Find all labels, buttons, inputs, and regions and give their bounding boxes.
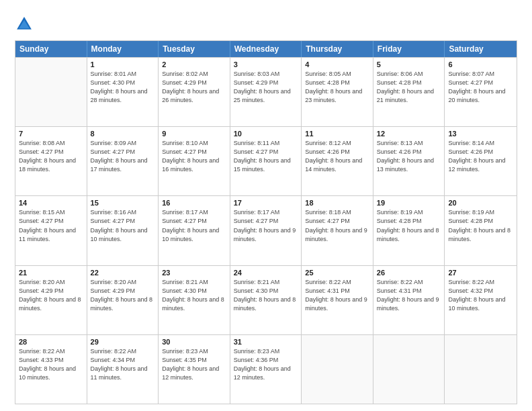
calendar-cell [15,58,87,126]
day-number: 23 [162,269,226,277]
cell-info: Sunrise: 8:22 AM Sunset: 4:31 PM Dayligh… [305,278,369,313]
cell-info: Sunrise: 8:21 AM Sunset: 4:30 PM Dayligh… [234,278,298,313]
cell-info: Sunrise: 8:15 AM Sunset: 4:27 PM Dayligh… [19,208,83,243]
day-number: 27 [448,269,513,277]
day-number: 2 [162,60,226,68]
day-number: 8 [91,130,155,138]
calendar-cell: 15Sunrise: 8:16 AM Sunset: 4:27 PM Dayli… [87,196,159,265]
cell-info: Sunrise: 8:10 AM Sunset: 4:27 PM Dayligh… [162,139,226,174]
weekday-header-thursday: Thursday [302,41,373,57]
calendar-cell: 1Sunrise: 8:01 AM Sunset: 4:30 PM Daylig… [87,58,159,126]
weekday-header-saturday: Saturday [445,41,517,57]
cell-info: Sunrise: 8:08 AM Sunset: 4:27 PM Dayligh… [19,139,83,174]
cell-info: Sunrise: 8:16 AM Sunset: 4:27 PM Dayligh… [91,208,155,243]
day-number: 13 [448,130,513,138]
calendar-cell: 23Sunrise: 8:21 AM Sunset: 4:30 PM Dayli… [159,266,230,334]
day-number: 22 [91,269,155,277]
calendar-cell: 21Sunrise: 8:20 AM Sunset: 4:29 PM Dayli… [15,266,87,334]
calendar-cell: 7Sunrise: 8:08 AM Sunset: 4:27 PM Daylig… [15,127,87,195]
calendar-row-4: 21Sunrise: 8:20 AM Sunset: 4:29 PM Dayli… [15,265,517,334]
day-number: 3 [234,60,298,68]
cell-info: Sunrise: 8:14 AM Sunset: 4:26 PM Dayligh… [448,139,513,174]
calendar-cell: 14Sunrise: 8:15 AM Sunset: 4:27 PM Dayli… [15,196,87,265]
calendar-cell: 13Sunrise: 8:14 AM Sunset: 4:26 PM Dayli… [445,127,517,195]
weekday-header-monday: Monday [87,41,159,57]
calendar-cell: 30Sunrise: 8:23 AM Sunset: 4:35 PM Dayli… [159,335,230,404]
cell-info: Sunrise: 8:05 AM Sunset: 4:28 PM Dayligh… [305,70,369,105]
cell-info: Sunrise: 8:13 AM Sunset: 4:26 PM Dayligh… [377,139,441,174]
cell-info: Sunrise: 8:22 AM Sunset: 4:33 PM Dayligh… [19,347,83,382]
day-number: 1 [91,60,155,68]
day-number: 14 [19,199,83,207]
weekday-header-friday: Friday [373,41,445,57]
logo [15,15,38,34]
calendar-cell [373,335,445,404]
calendar-header: SundayMondayTuesdayWednesdayThursdayFrid… [15,41,517,57]
calendar-cell: 26Sunrise: 8:22 AM Sunset: 4:31 PM Dayli… [373,266,445,334]
calendar-cell: 25Sunrise: 8:22 AM Sunset: 4:31 PM Dayli… [302,266,373,334]
cell-info: Sunrise: 8:23 AM Sunset: 4:35 PM Dayligh… [162,347,226,382]
calendar-row-3: 14Sunrise: 8:15 AM Sunset: 4:27 PM Dayli… [15,195,517,265]
day-number: 25 [305,269,369,277]
day-number: 29 [91,338,155,346]
cell-info: Sunrise: 8:23 AM Sunset: 4:36 PM Dayligh… [234,347,298,382]
cell-info: Sunrise: 8:06 AM Sunset: 4:28 PM Dayligh… [377,70,441,105]
cell-info: Sunrise: 8:11 AM Sunset: 4:27 PM Dayligh… [234,139,298,174]
page: SundayMondayTuesdayWednesdayThursdayFrid… [0,0,532,411]
day-number: 7 [19,130,83,138]
calendar-row-2: 7Sunrise: 8:08 AM Sunset: 4:27 PM Daylig… [15,126,517,195]
calendar-cell: 11Sunrise: 8:12 AM Sunset: 4:26 PM Dayli… [302,127,373,195]
weekday-header-sunday: Sunday [15,41,87,57]
day-number: 6 [448,60,513,68]
calendar-cell: 31Sunrise: 8:23 AM Sunset: 4:36 PM Dayli… [230,335,302,404]
calendar-cell: 29Sunrise: 8:22 AM Sunset: 4:34 PM Dayli… [87,335,159,404]
cell-info: Sunrise: 8:12 AM Sunset: 4:26 PM Dayligh… [305,139,369,174]
weekday-header-wednesday: Wednesday [230,41,302,57]
calendar-cell: 22Sunrise: 8:20 AM Sunset: 4:29 PM Dayli… [87,266,159,334]
cell-info: Sunrise: 8:17 AM Sunset: 4:27 PM Dayligh… [234,208,298,243]
day-number: 4 [305,60,369,68]
cell-info: Sunrise: 8:22 AM Sunset: 4:34 PM Dayligh… [91,347,155,382]
day-number: 16 [162,199,226,207]
calendar-cell: 12Sunrise: 8:13 AM Sunset: 4:26 PM Dayli… [373,127,445,195]
header [15,12,517,34]
calendar-cell: 6Sunrise: 8:07 AM Sunset: 4:27 PM Daylig… [445,58,517,126]
calendar-cell: 5Sunrise: 8:06 AM Sunset: 4:28 PM Daylig… [373,58,445,126]
calendar-cell: 19Sunrise: 8:19 AM Sunset: 4:28 PM Dayli… [373,196,445,265]
cell-info: Sunrise: 8:03 AM Sunset: 4:29 PM Dayligh… [234,70,298,105]
day-number: 15 [91,199,155,207]
weekday-header-tuesday: Tuesday [159,41,230,57]
cell-info: Sunrise: 8:19 AM Sunset: 4:28 PM Dayligh… [448,208,513,243]
day-number: 9 [162,130,226,138]
day-number: 10 [234,130,298,138]
cell-info: Sunrise: 8:02 AM Sunset: 4:29 PM Dayligh… [162,70,226,105]
cell-info: Sunrise: 8:21 AM Sunset: 4:30 PM Dayligh… [162,278,226,313]
logo-icon [15,15,34,34]
cell-info: Sunrise: 8:09 AM Sunset: 4:27 PM Dayligh… [91,139,155,174]
cell-info: Sunrise: 8:07 AM Sunset: 4:27 PM Dayligh… [448,70,513,105]
calendar-cell: 18Sunrise: 8:18 AM Sunset: 4:27 PM Dayli… [302,196,373,265]
calendar-cell: 3Sunrise: 8:03 AM Sunset: 4:29 PM Daylig… [230,58,302,126]
calendar-cell: 16Sunrise: 8:17 AM Sunset: 4:27 PM Dayli… [159,196,230,265]
calendar-cell: 2Sunrise: 8:02 AM Sunset: 4:29 PM Daylig… [159,58,230,126]
day-number: 28 [19,338,83,346]
day-number: 26 [377,269,441,277]
calendar-cell: 4Sunrise: 8:05 AM Sunset: 4:28 PM Daylig… [302,58,373,126]
day-number: 31 [234,338,298,346]
cell-info: Sunrise: 8:18 AM Sunset: 4:27 PM Dayligh… [305,208,369,243]
calendar-cell: 27Sunrise: 8:22 AM Sunset: 4:32 PM Dayli… [445,266,517,334]
day-number: 21 [19,269,83,277]
calendar-cell: 17Sunrise: 8:17 AM Sunset: 4:27 PM Dayli… [230,196,302,265]
cell-info: Sunrise: 8:22 AM Sunset: 4:31 PM Dayligh… [377,278,441,313]
calendar-cell [445,335,517,404]
cell-info: Sunrise: 8:17 AM Sunset: 4:27 PM Dayligh… [162,208,226,243]
day-number: 30 [162,338,226,346]
calendar-cell: 24Sunrise: 8:21 AM Sunset: 4:30 PM Dayli… [230,266,302,334]
day-number: 18 [305,199,369,207]
calendar-cell [302,335,373,404]
day-number: 12 [377,130,441,138]
cell-info: Sunrise: 8:20 AM Sunset: 4:29 PM Dayligh… [91,278,155,313]
calendar-cell: 10Sunrise: 8:11 AM Sunset: 4:27 PM Dayli… [230,127,302,195]
day-number: 17 [234,199,298,207]
calendar-body: 1Sunrise: 8:01 AM Sunset: 4:30 PM Daylig… [15,57,517,404]
